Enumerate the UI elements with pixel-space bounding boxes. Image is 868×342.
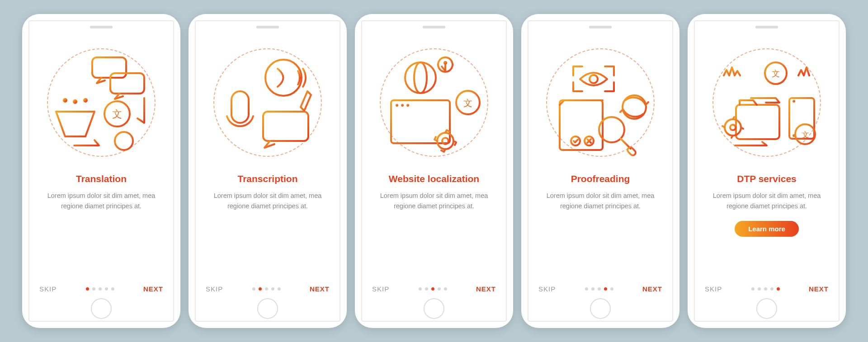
dot-3[interactable] <box>99 287 102 290</box>
screen: 文 文 DTP services Lorem ipsum dolor sit d… <box>694 20 840 322</box>
learn-more-button[interactable]: Learn more <box>735 221 799 237</box>
svg-text:文: 文 <box>112 108 122 120</box>
skip-button[interactable]: SKIP <box>372 285 389 293</box>
svg-point-34 <box>437 133 453 149</box>
screen-description: Lorem ipsum dolor sit dim amet, mea regi… <box>542 191 659 211</box>
dot-2[interactable] <box>758 287 761 290</box>
dot-1[interactable] <box>86 287 89 290</box>
screen-description: Lorem ipsum dolor sit dim amet, mea regi… <box>42 191 160 211</box>
dot-1[interactable] <box>585 287 588 290</box>
website-localization-icon: 文 <box>375 44 493 161</box>
svg-rect-0 <box>92 57 126 78</box>
screen: 文 Translation Lorem ipsum dolor sit dim … <box>28 20 174 322</box>
dot-5[interactable] <box>278 287 281 290</box>
screen-description: Lorem ipsum dolor sit dim amet, mea regi… <box>375 191 493 211</box>
dot-3[interactable] <box>265 287 268 290</box>
nav-bar: SKIP NEXT <box>705 285 829 293</box>
screen-title: DTP services <box>737 173 797 184</box>
nav-bar: SKIP NEXT <box>206 285 330 293</box>
svg-point-2 <box>64 99 66 102</box>
dot-1[interactable] <box>419 287 422 290</box>
svg-point-36 <box>590 75 598 83</box>
svg-point-23 <box>443 61 447 65</box>
screen: Transcription Lorem ipsum dolor sit dim … <box>195 20 340 322</box>
svg-text:文: 文 <box>463 98 472 108</box>
skip-button[interactable]: SKIP <box>538 285 556 293</box>
dot-2[interactable] <box>259 287 262 290</box>
dtp-icon: 文 文 <box>708 44 826 161</box>
next-button[interactable]: NEXT <box>809 285 829 293</box>
svg-point-49 <box>725 119 741 136</box>
screen: 文 Website localization Lorem ipsum dolor… <box>361 20 507 322</box>
page-dots <box>419 287 447 290</box>
screen-description: Lorem ipsum dolor sit dim amet, mea regi… <box>209 191 326 211</box>
translation-icon: 文 <box>42 44 160 161</box>
skip-button[interactable]: SKIP <box>705 285 722 293</box>
svg-rect-1 <box>110 73 144 94</box>
svg-rect-45 <box>627 146 637 157</box>
transcription-icon <box>209 44 326 161</box>
page-dots <box>585 287 613 290</box>
dot-1[interactable] <box>751 287 755 290</box>
dot-4[interactable] <box>770 287 774 290</box>
translation-illustration: 文 <box>42 44 160 161</box>
nav-bar: SKIP NEXT <box>372 285 496 293</box>
svg-point-28 <box>396 104 398 107</box>
dot-2[interactable] <box>591 287 594 290</box>
dot-2[interactable] <box>92 287 95 290</box>
screen-title: Proofreading <box>571 173 630 184</box>
svg-point-4 <box>84 99 87 102</box>
next-button[interactable]: NEXT <box>642 285 662 293</box>
website-localization-illustration: 文 <box>375 44 493 161</box>
next-button[interactable]: NEXT <box>310 285 330 293</box>
nav-bar: SKIP NEXT <box>39 285 163 293</box>
skip-button[interactable]: SKIP <box>206 285 223 293</box>
dot-5[interactable] <box>111 287 114 290</box>
phone-proofreading: Proofreading Lorem ipsum dolor sit dim a… <box>521 14 679 328</box>
dot-5[interactable] <box>777 287 780 290</box>
dot-3[interactable] <box>598 287 601 290</box>
page-dots <box>252 287 281 290</box>
phone-transcription: Transcription Lorem ipsum dolor sit dim … <box>189 14 347 328</box>
page-dots <box>751 287 780 290</box>
next-button[interactable]: NEXT <box>143 285 163 293</box>
svg-point-54 <box>793 100 795 103</box>
proofreading-illustration <box>542 44 659 161</box>
screen-description: Lorem ipsum dolor sit dim amet, mea regi… <box>708 191 826 211</box>
dot-4[interactable] <box>604 287 607 290</box>
svg-point-50 <box>730 125 736 130</box>
next-button[interactable]: NEXT <box>476 285 496 293</box>
dot-4[interactable] <box>271 287 274 290</box>
dot-5[interactable] <box>444 287 447 290</box>
dot-3[interactable] <box>764 287 767 290</box>
dot-3[interactable] <box>431 287 434 290</box>
dot-1[interactable] <box>252 287 255 290</box>
screen: Proofreading Lorem ipsum dolor sit dim a… <box>528 20 673 322</box>
phone-website-localization: 文 Website localization Lorem ipsum dolor… <box>355 14 513 328</box>
screen-title: Translation <box>76 173 127 184</box>
dot-2[interactable] <box>425 287 428 290</box>
skip-button[interactable]: SKIP <box>39 285 57 293</box>
dot-4[interactable] <box>105 287 108 290</box>
phone-dtp-services: 文 文 DTP services Lorem ipsum dolor sit d… <box>688 14 846 328</box>
svg-text:文: 文 <box>772 69 780 78</box>
phone-translation: 文 Translation Lorem ipsum dolor sit dim … <box>22 14 180 328</box>
svg-point-30 <box>406 104 409 107</box>
proofreading-icon <box>542 44 659 161</box>
svg-rect-26 <box>391 100 450 143</box>
page-dots <box>86 287 114 290</box>
dot-4[interactable] <box>438 287 441 290</box>
svg-point-7 <box>115 132 133 150</box>
svg-point-29 <box>401 104 404 107</box>
screen-title: Transcription <box>237 173 297 184</box>
dot-5[interactable] <box>610 287 613 290</box>
svg-text:文: 文 <box>802 131 809 139</box>
svg-point-3 <box>74 100 76 103</box>
transcription-illustration <box>209 44 326 161</box>
nav-bar: SKIP NEXT <box>538 285 662 293</box>
phone-mockup-row: 文 Translation Lorem ipsum dolor sit dim … <box>22 14 846 328</box>
dtp-illustration: 文 文 <box>708 44 826 161</box>
screen-title: Website localization <box>389 173 479 184</box>
